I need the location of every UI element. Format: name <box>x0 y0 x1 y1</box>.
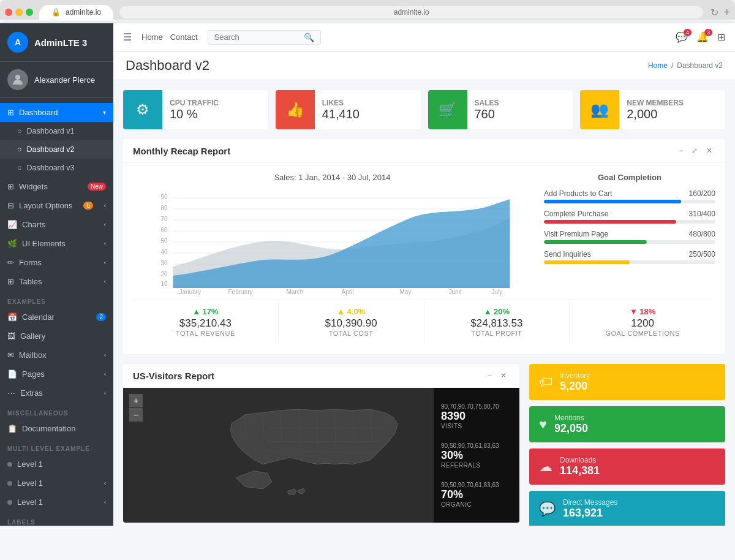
breadcrumb: Home / Dashboard v2 <box>648 61 723 70</box>
breadcrumb-current: Dashboard v2 <box>677 61 723 70</box>
sales-label: Sales <box>475 99 499 107</box>
new-badge: New <box>88 183 106 191</box>
browser-tab-label: adminlte.io <box>66 8 101 17</box>
map-stat-label: REFERRALS <box>441 462 512 469</box>
stat-value: 1200 <box>579 317 706 330</box>
sidebar-item-label: Dashboard v2 <box>27 145 75 154</box>
chevron-icon: ‹ <box>104 221 106 228</box>
zoom-out-button[interactable]: − <box>129 408 143 422</box>
sidebar-item-mailbox[interactable]: ✉ Mailbox ‹ <box>0 346 113 365</box>
stat-goal-completions: ▼ 18% 1200 GOAL COMPLETIONS <box>570 300 715 344</box>
info-box-cpu: ⚙ CPU Traffic 10 % <box>123 90 268 129</box>
svg-text:60: 60 <box>161 227 168 233</box>
sidebar-item-forms[interactable]: ✏ Forms ‹ <box>0 253 113 272</box>
reload-icon[interactable]: ↻ <box>710 7 718 18</box>
sidebar-item-label: Dashboard v1 <box>27 127 75 135</box>
widget-value: 92,050 <box>554 422 588 435</box>
chevron-icon: ▾ <box>103 109 106 116</box>
circle-icon: ○ <box>17 164 22 172</box>
widget-label: Inventory <box>560 371 590 380</box>
sidebar-item-extras[interactable]: ⋯ Extras ‹ <box>0 384 113 403</box>
apps-button[interactable]: ⊞ <box>717 31 725 43</box>
sidebar-item-documentation[interactable]: 📋 Documentation <box>0 419 113 438</box>
close-button[interactable]: ✕ <box>703 145 715 156</box>
sidebar-item-level1c[interactable]: Level 1 ‹ <box>0 493 113 512</box>
sidebar-item-layout-options[interactable]: ⊟ Layout Options 6 ‹ <box>0 196 113 215</box>
svg-text:50: 50 <box>161 238 168 244</box>
security-icon: 🔒 <box>51 8 61 17</box>
sidebar-item-pages[interactable]: 📄 Pages ‹ <box>0 365 113 384</box>
extras-icon: ⋯ <box>7 388 15 398</box>
maximize-dot[interactable] <box>26 9 33 16</box>
sidebar-item-charts[interactable]: 📈 Charts ‹ <box>0 215 113 234</box>
minimize-button[interactable]: − <box>484 370 495 381</box>
dot-icon <box>7 500 12 505</box>
sidebar-item-label: Tables <box>19 277 42 286</box>
stat-value: $24,813.53 <box>434 317 560 330</box>
sidebar-item-ui-elements[interactable]: 🌿 UI Elements ‹ <box>0 234 113 253</box>
sidebar-item-dashboard[interactable]: ⊞ Dashboard ▾ <box>0 103 113 122</box>
map-stat-nums: 90,50,90,70,61,83,63 <box>441 442 512 449</box>
notifications-button[interactable]: 🔔 3 <box>696 31 709 43</box>
sidebar-item-label: Dashboard v3 <box>27 164 75 172</box>
svg-text:30: 30 <box>161 260 168 267</box>
stat-label: GOAL COMPLETIONS <box>579 330 706 337</box>
address-bar[interactable]: adminlte.io <box>119 6 703 18</box>
card-tools: − ⤢ ✕ <box>676 145 715 156</box>
map-container: + − <box>123 388 519 523</box>
goal-item-inquiries: Send Inquiries 250/500 <box>544 250 715 264</box>
new-members-value: 2,000 <box>627 107 684 121</box>
sales-icon: 🛒 <box>428 90 467 129</box>
goal-label-text: Add Products to Cart <box>544 189 612 198</box>
page-title: Dashboard v2 <box>126 58 209 74</box>
info-box-sales: 🛒 Sales 760 <box>428 90 573 129</box>
sidebar-item-gallery[interactable]: 🖼 Gallery <box>0 327 113 346</box>
info-box-likes: 👍 Likes 41,410 <box>276 90 421 129</box>
topbar-contact-link[interactable]: Contact <box>170 32 198 42</box>
avatar <box>7 69 28 90</box>
widget-label: Mentions <box>554 414 588 422</box>
messages-badge: 4 <box>684 29 692 36</box>
goal-value: 160/200 <box>689 189 715 198</box>
goal-title: Goal Completion <box>544 173 715 182</box>
map-stat-value: 30% <box>441 449 512 462</box>
menu-toggle-button[interactable]: ☰ <box>123 31 132 43</box>
sidebar-item-level1b[interactable]: Level 1 ‹ <box>0 474 113 493</box>
topbar-search[interactable]: 🔍 <box>208 30 321 45</box>
messages-button[interactable]: 💬 4 <box>676 31 688 43</box>
minimize-button[interactable]: − <box>676 145 686 156</box>
expand-button[interactable]: ⤢ <box>688 145 701 156</box>
sidebar-item-label: Level 1 <box>17 460 43 469</box>
sidebar-user[interactable]: Alexander Pierce <box>0 62 113 98</box>
breadcrumb-home[interactable]: Home <box>648 61 668 70</box>
topbar-home-link[interactable]: Home <box>141 32 163 42</box>
svg-text:July: July <box>492 289 503 295</box>
sidebar-item-calendar[interactable]: 📅 Calendar 2 <box>0 308 113 327</box>
zoom-in-button[interactable]: + <box>129 394 143 407</box>
svg-text:80: 80 <box>161 205 168 211</box>
sidebar-item-dashboard-v2[interactable]: ○ Dashboard v2 <box>0 140 113 159</box>
goal-label-text: Send Inquiries <box>544 250 591 259</box>
sidebar-item-dashboard-v3[interactable]: ○ Dashboard v3 <box>0 159 113 177</box>
sidebar-item-dashboard-v1[interactable]: ○ Dashboard v1 <box>0 122 113 140</box>
minimize-dot[interactable] <box>15 9 23 16</box>
sidebar-item-label: Mailbox <box>19 350 47 360</box>
stat-label: TOTAL REVENUE <box>143 330 268 337</box>
goal-label-text: Visit Premium Page <box>544 230 608 238</box>
sidebar-item-label: Level 1 <box>17 479 43 488</box>
close-button[interactable]: ✕ <box>497 370 510 381</box>
sidebar-item-level1a[interactable]: Level 1 <box>0 455 113 474</box>
us-visitors-card: US-Visitors Report − ✕ + − <box>123 364 519 523</box>
close-dot[interactable] <box>5 9 12 16</box>
add-tab-button[interactable]: + <box>723 6 730 19</box>
us-visitors-header: US-Visitors Report − ✕ <box>123 364 519 388</box>
sidebar-item-widgets[interactable]: ⊞ Widgets New <box>0 177 113 196</box>
cpu-value: 10 % <box>170 107 219 121</box>
chart-title: Sales: 1 Jan, 2014 - 30 Jul, 2014 <box>133 173 532 182</box>
sidebar-item-label: Documentation <box>22 424 75 433</box>
search-input[interactable] <box>214 32 300 42</box>
likes-icon: 👍 <box>276 90 315 129</box>
map-stat-referrals: 90,50,90,70,61,83,63 30% REFERRALS <box>441 442 512 469</box>
map-stats-overlay: 90,70,90,70,75,80,70 8390 VISITS 90,50,9… <box>434 388 519 523</box>
sidebar-item-tables[interactable]: ⊞ Tables ‹ <box>0 272 113 291</box>
